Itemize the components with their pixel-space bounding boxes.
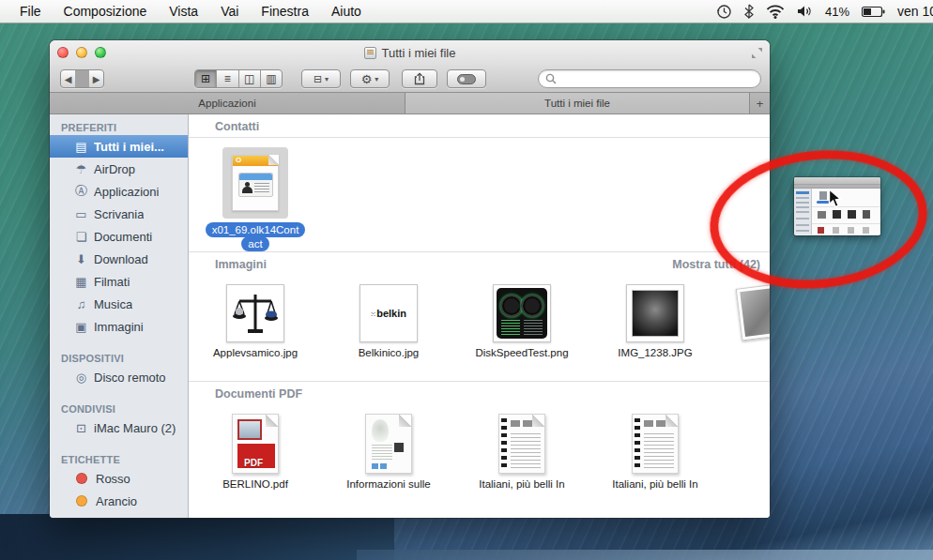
bluetooth-icon[interactable]: [744, 4, 754, 19]
status-menu-extras: 41% ven 10: [716, 4, 933, 20]
file-browser-content: Contatti: [189, 114, 770, 518]
battery-icon[interactable]: [862, 6, 885, 18]
sidebar-item-label: Musica: [94, 297, 132, 311]
sidebar-item-documenti[interactable]: ❏ Documenti: [50, 225, 188, 248]
file-informazioni-pdf[interactable]: Informazioni sulle: [322, 414, 455, 490]
menu-finestra[interactable]: Finestra: [250, 0, 320, 23]
thumbnail-titlebar: [794, 177, 880, 185]
gear-icon: ⚙: [361, 72, 373, 86]
tab-applicazioni[interactable]: Applicazioni: [50, 93, 405, 114]
section-title: Documenti PDF: [215, 387, 302, 401]
cursor-icon: [828, 189, 844, 213]
sidebar-item-applicazioni[interactable]: Ⓐ Applicazioni: [50, 180, 188, 203]
fullscreen-icon[interactable]: [751, 46, 763, 58]
menu-vai[interactable]: Vai: [209, 0, 250, 23]
file-label: Italiani, più belli In: [479, 478, 564, 490]
share-button[interactable]: [402, 69, 437, 88]
minimize-button[interactable]: [76, 47, 87, 58]
sidebar-item-label: Arancio: [96, 494, 137, 508]
arrange-menu-button[interactable]: ⊟ ▾: [301, 69, 341, 88]
menu-composizione[interactable]: Composizione: [53, 0, 159, 23]
section-title: Contatti: [215, 120, 259, 133]
sidebar-item-imac-mauro[interactable]: ⊡ iMac Mauro (2): [50, 416, 188, 439]
zoom-button[interactable]: [95, 47, 106, 58]
finder-window: Tutti i miei file ◀ ▶ ⊞ ≡ ◫ ▥ ⊟ ▾: [50, 40, 770, 518]
pdf-thumbnail: PDF: [232, 414, 279, 474]
file-italiani-pdf-1[interactable]: Italiani, più belli In: [455, 414, 589, 490]
file-label: Applevsamico.jpg: [213, 347, 298, 358]
section-title: Immagini: [215, 258, 267, 271]
sidebar-item-download[interactable]: ⬇ Download: [50, 248, 188, 270]
file-img-1238[interactable]: IMG_1238.JPG: [589, 284, 722, 358]
action-menu-button[interactable]: ⚙ ▾: [350, 69, 390, 88]
sidebar-item-musica[interactable]: ♫ Musica: [50, 293, 188, 315]
file-diskspeedtest[interactable]: DiskSpeedTest.png: [455, 284, 589, 358]
thumbnail-content: [812, 189, 880, 235]
tag-icon: [457, 74, 476, 84]
file-applevsamico[interactable]: Applevsamico.jpg: [189, 284, 322, 358]
section-contatti: Contatti: [189, 114, 770, 251]
all-my-files-icon: [364, 47, 376, 59]
sidebar-item-label: iMac Mauro (2): [94, 421, 176, 435]
menu-file[interactable]: File: [8, 0, 53, 23]
file-contact[interactable]: x01_69.olk14Cont act: [189, 147, 322, 251]
menu-vista[interactable]: Vista: [158, 0, 209, 23]
time-machine-icon[interactable]: [716, 4, 732, 20]
sidebar-item-label: AirDrop: [94, 162, 135, 176]
file-italiani-pdf-2[interactable]: Italiani, più belli In: [589, 414, 722, 490]
toolbar: ◀ ▶ ⊞ ≡ ◫ ▥ ⊟ ▾ ⚙ ▾: [50, 65, 770, 93]
menu-aiuto[interactable]: Aiuto: [320, 0, 373, 23]
sidebar-header-preferiti: PREFERITI: [50, 120, 188, 135]
sidebar-item-tag-rosso[interactable]: Rosso: [50, 467, 188, 490]
nav-separator: [75, 70, 89, 87]
red-tag-icon: [76, 473, 87, 484]
file-label: Italiani, più belli In: [612, 478, 697, 490]
chevron-down-icon: ▾: [325, 75, 329, 83]
applications-icon: Ⓐ: [72, 183, 90, 200]
forward-button[interactable]: ▶: [89, 74, 103, 84]
back-button[interactable]: ◀: [61, 74, 75, 84]
wifi-icon[interactable]: [766, 5, 785, 19]
sidebar-item-filmati[interactable]: ▦ Filmati: [50, 270, 188, 293]
volume-icon[interactable]: [797, 5, 813, 18]
sidebar-item-tag-arancio[interactable]: Arancio: [50, 490, 188, 512]
close-button[interactable]: [57, 47, 69, 58]
column-view-button[interactable]: ◫: [239, 70, 261, 87]
section-documenti-pdf: Documenti PDF PDF BERLINO.pdf: [189, 381, 770, 490]
window-thumbnail[interactable]: [794, 177, 880, 235]
file-label: Informazioni sulle: [346, 478, 430, 490]
image-thumbnail: [226, 284, 284, 342]
photo-stack-thumbnail: [722, 284, 770, 344]
list-view-button[interactable]: ≡: [217, 70, 238, 87]
search-field[interactable]: [538, 69, 761, 88]
airdrop-icon: ☂: [72, 162, 90, 176]
coverflow-view-button[interactable]: ▥: [261, 70, 282, 87]
title-bar[interactable]: Tutti i miei file: [50, 40, 770, 65]
sidebar-item-tutti-i-miei-file[interactable]: ▤ Tutti i miei...: [50, 135, 188, 158]
file-berlino-pdf[interactable]: PDF BERLINO.pdf: [189, 414, 322, 490]
sidebar-item-scrivania[interactable]: ▭ Scrivania: [50, 203, 188, 225]
sidebar-item-tag-giallo[interactable]: Giallo: [50, 512, 188, 518]
sidebar-item-label: Download: [94, 252, 148, 266]
show-all-link[interactable]: Mostra tutti (42): [672, 258, 760, 271]
sidebar-item-label: Documenti: [94, 230, 152, 244]
icon-view-button[interactable]: ⊞: [195, 70, 217, 87]
sidebar-item-label: Tutti i miei...: [94, 140, 164, 154]
traffic-lights: [57, 47, 106, 58]
tab-tutti-i-miei-file[interactable]: Tutti i miei file: [405, 93, 750, 114]
menu-items: File Composizione Vista Vai Finestra Aiu…: [0, 0, 373, 23]
new-tab-button[interactable]: +: [750, 93, 770, 114]
sidebar-item-immagini[interactable]: ▣ Immagini: [50, 315, 188, 338]
file-photos-partial[interactable]: [722, 284, 770, 358]
nav-buttons: ◀ ▶: [60, 69, 104, 88]
sidebar-item-airdrop[interactable]: ☂ AirDrop: [50, 158, 188, 180]
sidebar-header-etichette: ETICHETTE: [50, 452, 188, 467]
file-label: Belkinico.jpg: [359, 347, 420, 358]
music-icon: ♫: [72, 297, 90, 311]
menu-clock[interactable]: ven 10: [897, 4, 933, 19]
tags-button[interactable]: [447, 69, 486, 88]
sidebar: PREFERITI ▤ Tutti i miei... ☂ AirDrop Ⓐ …: [50, 114, 189, 518]
thumbnail-sidebar: [794, 189, 812, 235]
sidebar-item-disco-remoto[interactable]: ◎ Disco remoto: [50, 366, 188, 388]
file-belkinico[interactable]: :·: belkin Belkinico.jpg: [322, 284, 455, 358]
